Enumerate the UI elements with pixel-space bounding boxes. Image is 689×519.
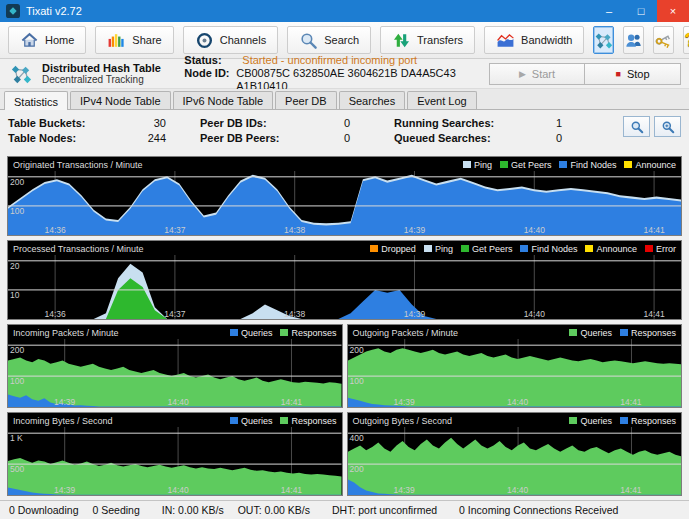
search-button[interactable]: Search <box>287 26 371 54</box>
chart-plot: 14:3914:4014:41200100 <box>348 339 682 407</box>
start-button[interactable]: ▶ Start <box>489 63 585 85</box>
chart-plot: 14:3614:3714:3814:3914:4014:41200100 <box>8 171 681 235</box>
legend-item: Responses <box>280 328 336 338</box>
legend-swatch <box>585 245 593 252</box>
tab-ipv6-node-table[interactable]: IPv6 Node Table <box>173 91 274 109</box>
start-label: Start <box>532 68 555 80</box>
y-axis-tick: 100 <box>10 377 24 386</box>
legend-swatch <box>370 245 378 252</box>
home-button[interactable]: Home <box>8 26 86 54</box>
dht-subtitle: Decentralized Tracking <box>42 74 176 86</box>
legend-item: Find Nodes <box>559 160 616 170</box>
maximize-button[interactable]: □ <box>625 0 657 22</box>
chart-header: Originated Transactions / Minute PingGet… <box>8 157 681 171</box>
keys-icon <box>654 31 673 50</box>
dht-status-block: Status: Started - unconfirmed incoming p… <box>184 54 481 93</box>
legend-label: Queries <box>580 328 612 338</box>
bandwidth-button[interactable]: Bandwidth <box>484 26 584 54</box>
chart-legend: QueriesResponses <box>569 416 676 426</box>
legend-swatch <box>559 161 567 168</box>
x-axis-tick: 14:37 <box>164 309 185 319</box>
magnifier-plus-icon <box>661 120 675 134</box>
chart-title: Incoming Packets / Minute <box>13 328 119 338</box>
help-button[interactable]: ? <box>683 26 689 54</box>
dht-icon <box>594 31 613 50</box>
legend-label: Responses <box>291 328 336 338</box>
tab-statistics[interactable]: Statistics <box>4 91 68 110</box>
home-icon <box>20 31 39 50</box>
peer-db-peers-value: 0 <box>292 131 350 146</box>
app-icon <box>6 4 20 18</box>
y-axis-tick: 200 <box>10 178 24 187</box>
legend-swatch <box>620 417 628 424</box>
x-axis-tick: 14:38 <box>284 309 305 319</box>
chart-header: Processed Transactions / Minute DroppedP… <box>8 241 681 255</box>
x-axis-tick: 14:41 <box>643 309 664 319</box>
legend-label: Ping <box>474 160 492 170</box>
close-button[interactable]: × <box>657 0 689 22</box>
channels-button[interactable]: Channels <box>183 26 278 54</box>
x-axis-tick: 14:36 <box>44 225 65 235</box>
stop-button[interactable]: ■ Stop <box>585 63 681 85</box>
status-in-rate: IN: 0.00 KB/s <box>162 504 224 516</box>
stats-col-searches: Running Searches: 1 Queued Searches: 0 <box>394 116 562 146</box>
chart-legend: QueriesResponses <box>230 328 337 338</box>
x-axis-tick: 14:41 <box>620 485 641 495</box>
status-incoming-connections: 0 Incoming Connections Received <box>459 504 618 516</box>
help-icon: ? <box>684 30 689 51</box>
channels-label: Channels <box>220 34 266 46</box>
legend-label: Responses <box>291 416 336 426</box>
chart-title: Outgoing Packets / Minute <box>353 328 459 338</box>
legend-label: Announce <box>635 160 676 170</box>
dht-tab-bar: Statistics IPv4 Node Table IPv6 Node Tab… <box>0 89 689 110</box>
dht-title: Distributed Hash Table <box>42 62 176 74</box>
dht-lookup-button[interactable] <box>654 116 681 137</box>
tab-searches[interactable]: Searches <box>339 91 405 109</box>
chart-incoming-packets: Incoming Packets / Minute QueriesRespons… <box>7 324 343 408</box>
share-button[interactable]: Share <box>95 26 173 54</box>
keys-button[interactable] <box>653 26 674 54</box>
legend-swatch <box>463 161 471 168</box>
x-axis-tick: 14:38 <box>284 225 305 235</box>
tab-event-log[interactable]: Event Log <box>407 91 477 109</box>
x-axis-tick: 14:41 <box>281 397 302 407</box>
minimize-button[interactable]: – <box>593 0 625 22</box>
play-icon: ▶ <box>519 69 526 79</box>
chart-header: Incoming Bytes / Second QueriesResponses <box>8 413 342 427</box>
legend-swatch <box>620 329 628 336</box>
home-label: Home <box>45 34 74 46</box>
chart-plot: 14:3614:3714:3814:3914:4014:412010 <box>8 255 681 319</box>
table-buckets-label: Table Buckets: <box>8 116 108 131</box>
chart-plot: 14:3914:4014:411 K500 <box>8 427 342 495</box>
legend-label: Queries <box>580 416 612 426</box>
legend-item: Find Nodes <box>520 244 577 254</box>
chart-title: Incoming Bytes / Second <box>13 416 113 426</box>
transfers-button[interactable]: Transfers <box>380 26 475 54</box>
magnifier-icon <box>630 120 644 134</box>
x-axis-tick: 14:39 <box>394 485 415 495</box>
x-axis-tick: 14:36 <box>44 309 65 319</box>
dht-button[interactable] <box>593 26 614 54</box>
peers-button[interactable] <box>623 26 644 54</box>
legend-label: Find Nodes <box>570 160 616 170</box>
y-axis-tick: 500 <box>10 465 24 474</box>
charts-area: Originated Transactions / Minute PingGet… <box>0 154 689 500</box>
legend-swatch <box>424 245 432 252</box>
legend-item: Get Peers <box>461 244 513 254</box>
dht-search-button[interactable] <box>623 116 650 137</box>
status-label: Status: <box>184 54 242 67</box>
stats-actions <box>623 116 681 137</box>
dht-controls: ▶ Start ■ Stop <box>489 63 681 85</box>
search-icon <box>299 31 318 50</box>
x-axis-tick: 14:40 <box>507 485 528 495</box>
window-title: Tixati v2.72 <box>26 5 593 17</box>
status-downloading: 0 Downloading <box>9 504 78 516</box>
chart-canvas <box>8 171 681 235</box>
legend-label: Responses <box>631 328 676 338</box>
tab-peer-db[interactable]: Peer DB <box>275 91 337 109</box>
tab-ipv4-node-table[interactable]: IPv4 Node Table <box>70 91 171 109</box>
transfers-icon <box>392 31 411 50</box>
legend-label: Find Nodes <box>531 244 577 254</box>
stats-col-peerdb: Peer DB IDs: 0 Peer DB Peers: 0 <box>200 116 350 146</box>
x-axis-tick: 14:41 <box>620 397 641 407</box>
